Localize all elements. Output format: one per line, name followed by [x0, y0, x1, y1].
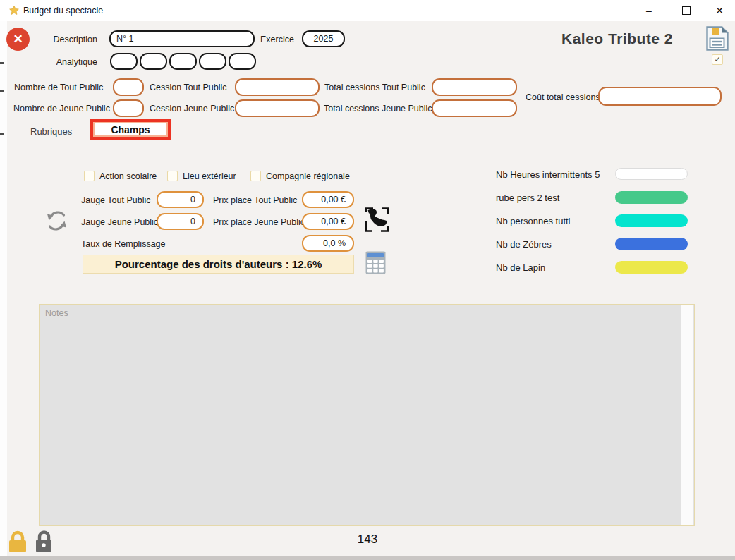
close-record-button[interactable]: ✕: [6, 28, 30, 51]
custom-field-input[interactable]: [615, 261, 688, 274]
checkbox-lieu-exterieur[interactable]: [167, 171, 178, 181]
maximize-icon: [682, 6, 691, 15]
cession-tout-public-label: Cession Tout Public: [150, 83, 227, 92]
unlock-button[interactable]: [7, 530, 28, 553]
droits-auteurs-banner: Pourcentage des droits d'auteurs : 12.6%: [83, 255, 354, 274]
refresh-button[interactable]: [44, 207, 70, 234]
window-title: Budget du spectacle: [23, 6, 103, 16]
dark-padlock-icon: [33, 528, 54, 553]
lock-button[interactable]: [33, 528, 54, 553]
nombre-tout-public-input[interactable]: [113, 78, 144, 96]
window-bottom-edge: [0, 556, 735, 560]
maximize-button[interactable]: [671, 0, 702, 21]
checkbox-lieu-exterieur-label: Lieu extérieur: [183, 171, 236, 181]
save-button[interactable]: [705, 25, 729, 51]
calculator-button[interactable]: [365, 250, 387, 275]
refresh-icon: [44, 207, 70, 234]
custom-field-label: Nb de Lapin: [496, 262, 545, 273]
droits-auteurs-text: Pourcentage des droits d'auteurs : 12.6%: [115, 258, 322, 270]
jauge-jeune-public-label: Jauge Jeune Public: [81, 217, 158, 227]
analytique-input-1[interactable]: [110, 53, 138, 70]
total-cessions-tout-public-label: Total cessions Tout Public: [324, 83, 425, 92]
custom-field-label: Nb personnes tutti: [496, 216, 571, 226]
save-floppy-icon: [705, 25, 729, 51]
custom-field-input[interactable]: [615, 191, 688, 204]
total-cessions-jeune-public-label: Total cessions Jeune Public: [324, 104, 432, 114]
description-label: Description: [47, 35, 97, 44]
analytique-input-4[interactable]: [199, 53, 226, 70]
notes-textarea[interactable]: Notes: [39, 304, 695, 526]
cession-jeune-public-input[interactable]: [235, 99, 320, 117]
left-edge-strip: [0, 21, 7, 556]
gold-padlock-icon: [7, 530, 28, 553]
edge-tick: [0, 133, 4, 135]
custom-field-input[interactable]: [615, 238, 688, 250]
cout-total-cessions-label: Coût total cessions: [526, 92, 600, 102]
jauge-tout-public-label: Jauge Tout Public: [81, 195, 150, 205]
check-icon: ✓: [714, 55, 720, 64]
description-input[interactable]: N° 1: [109, 30, 255, 47]
silhouette-icon: [364, 206, 390, 233]
checkbox-action-scolaire-label: Action scolaire: [99, 171, 157, 181]
nombre-jeune-public-label: Nombre de Jeune Public: [13, 104, 110, 114]
close-button[interactable]: ✕: [704, 0, 735, 21]
edge-tick: [0, 62, 4, 64]
checkbox-compagnie-regionale[interactable]: [250, 171, 261, 181]
nombre-jeune-public-input[interactable]: [113, 99, 144, 117]
custom-field-label: rube pers 2 test: [496, 193, 559, 203]
jauge-jeune-public-value: 0: [190, 217, 195, 226]
tab-champs-label: Champs: [111, 124, 150, 135]
total-cessions-jeune-public-input[interactable]: [432, 99, 517, 117]
tab-rubriques[interactable]: Rubriques: [30, 126, 72, 137]
minimize-button[interactable]: –: [633, 0, 664, 21]
exercice-label: Exercice: [260, 35, 294, 44]
custom-field-input[interactable]: [615, 214, 688, 227]
record-count: 143: [332, 532, 403, 547]
analytique-input-5[interactable]: [229, 53, 256, 70]
custom-field-label: Nb Heures intermittents 5: [496, 169, 600, 180]
prix-place-jeune-public-input[interactable]: 0,00 €: [302, 213, 354, 230]
silhouette-button[interactable]: [364, 206, 390, 233]
nombre-tout-public-label: Nombre de Tout Public: [14, 83, 103, 92]
custom-field-input[interactable]: [615, 168, 688, 180]
prix-place-tout-public-input[interactable]: 0,00 €: [302, 191, 354, 208]
description-value: N° 1: [116, 34, 133, 44]
taux-remplissage-input[interactable]: 0,0 %: [302, 235, 354, 252]
checkbox-action-scolaire[interactable]: [84, 171, 95, 181]
prix-place-tout-public-label: Prix place Tout Public: [213, 195, 297, 205]
save-option-checkbox[interactable]: ✓: [712, 54, 723, 65]
notes-scrollbar[interactable]: [681, 305, 693, 525]
prix-place-tout-public-value: 0,00 €: [321, 195, 346, 205]
app-window: Budget du spectacle – ✕ ✕ Description N°…: [0, 0, 735, 560]
notes-placeholder: Notes: [45, 308, 68, 318]
exercice-input[interactable]: 2025: [302, 30, 345, 47]
close-x-icon: ✕: [13, 32, 23, 47]
custom-field-label: Nb de Zébres: [496, 239, 552, 250]
cession-tout-public-input[interactable]: [235, 78, 320, 96]
show-title: Kaleo Tribute 2: [536, 30, 698, 47]
edge-tick: [0, 90, 4, 92]
title-bar: Budget du spectacle – ✕: [0, 0, 735, 21]
jauge-jeune-public-input[interactable]: 0: [157, 213, 204, 230]
total-cessions-tout-public-input[interactable]: [432, 78, 517, 96]
calculator-icon: [365, 250, 387, 275]
analytique-input-3[interactable]: [169, 53, 197, 70]
analytique-input-2[interactable]: [140, 53, 167, 70]
exercice-value: 2025: [314, 34, 334, 44]
cession-jeune-public-label: Cession Jeune Public: [150, 104, 234, 114]
checkbox-compagnie-regionale-label: Compagnie régionale: [266, 171, 350, 181]
prix-place-jeune-public-value: 0,00 €: [321, 217, 346, 226]
prix-place-jeune-public-label: Prix place Jeune Public: [213, 217, 305, 227]
cout-total-cessions-input[interactable]: [598, 87, 722, 106]
jauge-tout-public-value: 0: [190, 195, 195, 205]
taux-remplissage-value: 0,0 %: [323, 238, 346, 248]
jauge-tout-public-input[interactable]: 0: [157, 191, 204, 208]
taux-remplissage-label: Taux de Remplissage: [81, 239, 166, 249]
tab-champs[interactable]: Champs: [90, 119, 171, 140]
analytique-label: Analytique: [47, 57, 97, 67]
app-star-icon: [8, 5, 20, 16]
